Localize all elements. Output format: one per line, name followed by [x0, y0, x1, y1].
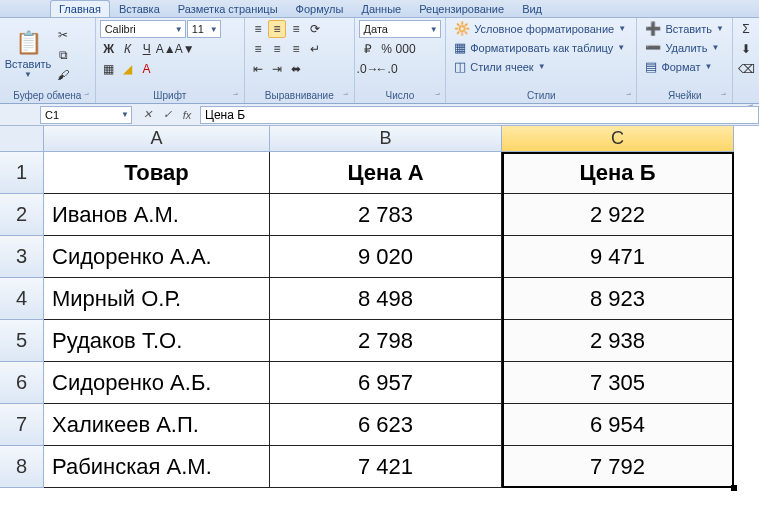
row-header[interactable]: 4 [0, 278, 44, 320]
align-left-button[interactable]: ≡ [249, 40, 267, 58]
group-label-styles: Стили [450, 89, 632, 102]
fx-button[interactable]: fx [178, 106, 196, 124]
cell-A2[interactable]: Иванов А.М. [44, 194, 270, 236]
cell-C6[interactable]: 7 305 [502, 362, 734, 404]
currency-button[interactable]: ₽ [359, 40, 377, 58]
cell-B8[interactable]: 7 421 [270, 446, 502, 488]
group-label-font: Шрифт [100, 89, 240, 102]
bucket-icon: ◢ [123, 62, 132, 76]
font-name-combo[interactable]: Calibri▼ [100, 20, 186, 38]
cell-C8[interactable]: 7 792 [502, 446, 734, 488]
grow-font-button[interactable]: A▲ [157, 40, 175, 58]
percent-button[interactable]: % [378, 40, 396, 58]
col-header-C[interactable]: C [502, 126, 734, 152]
spreadsheet-grid: A B C 1 Товар Цена А Цена Б 2 Иванов А.М… [0, 126, 759, 488]
align-middle-button[interactable]: ≡ [268, 20, 286, 38]
tab-review[interactable]: Рецензирование [410, 0, 513, 17]
align-bottom-button[interactable]: ≡ [287, 20, 305, 38]
cell-C7[interactable]: 6 954 [502, 404, 734, 446]
format-cells-button[interactable]: ▤Формат▼ [641, 58, 728, 75]
cell-C4[interactable]: 8 923 [502, 278, 734, 320]
autosum-button[interactable]: Σ [737, 20, 755, 38]
cell-B1[interactable]: Цена А [270, 152, 502, 194]
tab-formulas[interactable]: Формулы [287, 0, 353, 17]
insert-cells-button[interactable]: ➕Вставить▼ [641, 20, 728, 37]
row-header[interactable]: 8 [0, 446, 44, 488]
row-header[interactable]: 7 [0, 404, 44, 446]
number-format-combo[interactable]: Дата▼ [359, 20, 441, 38]
select-all-corner[interactable] [0, 126, 44, 152]
cell-C5[interactable]: 2 938 [502, 320, 734, 362]
font-size-combo[interactable]: 11▼ [187, 20, 221, 38]
cell-B3[interactable]: 9 020 [270, 236, 502, 278]
font-color-icon: A [143, 62, 151, 76]
cell-A7[interactable]: Халикеев А.П. [44, 404, 270, 446]
copy-button[interactable]: ⧉ [54, 46, 72, 64]
wrap-text-button[interactable]: ↵ [306, 40, 324, 58]
fill-color-button[interactable]: ◢ [119, 60, 137, 78]
row-header[interactable]: 1 [0, 152, 44, 194]
conditional-formatting-button[interactable]: 🔆Условное форматирование▼ [450, 20, 632, 37]
cancel-formula-button[interactable]: ✕ [138, 106, 156, 124]
bold-button[interactable]: Ж [100, 40, 118, 58]
cell-A5[interactable]: Рудаков Т.О. [44, 320, 270, 362]
cell-B7[interactable]: 6 623 [270, 404, 502, 446]
cell-A3[interactable]: Сидоренко А.А. [44, 236, 270, 278]
cell-A4[interactable]: Мирный О.Р. [44, 278, 270, 320]
brush-icon: 🖌 [57, 68, 69, 82]
italic-button[interactable]: К [119, 40, 137, 58]
delete-cells-button[interactable]: ➖Удалить▼ [641, 39, 728, 56]
group-number: Дата▼ ₽ % 000 .0→ ←.0 Число [355, 18, 447, 103]
cell-B2[interactable]: 2 783 [270, 194, 502, 236]
increase-decimal-button[interactable]: .0→ [359, 60, 377, 78]
cell-styles-button[interactable]: ◫Стили ячеек▼ [450, 58, 632, 75]
cell-B6[interactable]: 6 957 [270, 362, 502, 404]
font-color-button[interactable]: A [138, 60, 156, 78]
format-painter-button[interactable]: 🖌 [54, 66, 72, 84]
cell-C1[interactable]: Цена Б [502, 152, 734, 194]
chevron-down-icon: ▼ [24, 70, 32, 79]
decrease-decimal-button[interactable]: ←.0 [378, 60, 396, 78]
tab-data[interactable]: Данные [352, 0, 410, 17]
col-header-A[interactable]: A [44, 126, 270, 152]
underline-button[interactable]: Ч [138, 40, 156, 58]
row-header[interactable]: 3 [0, 236, 44, 278]
decrease-indent-button[interactable]: ⇤ [249, 60, 267, 78]
fill-button[interactable]: ⬇ [737, 40, 755, 58]
cell-A6[interactable]: Сидоренко А.Б. [44, 362, 270, 404]
align-right-button[interactable]: ≡ [287, 40, 305, 58]
borders-icon: ▦ [103, 62, 114, 76]
increase-indent-button[interactable]: ⇥ [268, 60, 286, 78]
cell-C3[interactable]: 9 471 [502, 236, 734, 278]
formula-input[interactable]: Цена Б [200, 106, 759, 124]
cell-A8[interactable]: Рабинская А.М. [44, 446, 270, 488]
tab-insert[interactable]: Вставка [110, 0, 169, 17]
paste-button[interactable]: 📋 Вставить ▼ [4, 20, 52, 89]
col-header-B[interactable]: B [270, 126, 502, 152]
group-label-alignment: Выравнивание [249, 89, 350, 102]
cell-B4[interactable]: 8 498 [270, 278, 502, 320]
tab-view[interactable]: Вид [513, 0, 551, 17]
cut-button[interactable]: ✂ [54, 26, 72, 44]
cell-B5[interactable]: 2 798 [270, 320, 502, 362]
cell-C2[interactable]: 2 922 [502, 194, 734, 236]
group-font: Calibri▼ 11▼ Ж К Ч A▲ A▼ ▦ ◢ A Шрифт [96, 18, 245, 103]
name-box[interactable]: C1▼ [40, 106, 132, 124]
tab-home[interactable]: Главная [50, 0, 110, 17]
group-alignment: ≡ ≡ ≡ ⟳ ≡ ≡ ≡ ↵ ⇤ ⇥ ⬌ Выравнивание [245, 18, 355, 103]
align-center-button[interactable]: ≡ [268, 40, 286, 58]
enter-formula-button[interactable]: ✓ [158, 106, 176, 124]
row-header[interactable]: 2 [0, 194, 44, 236]
clear-button[interactable]: ⌫ [737, 60, 755, 78]
cell-A1[interactable]: Товар [44, 152, 270, 194]
format-as-table-button[interactable]: ▦Форматировать как таблицу▼ [450, 39, 632, 56]
tab-page-layout[interactable]: Разметка страницы [169, 0, 287, 17]
shrink-font-button[interactable]: A▼ [176, 40, 194, 58]
align-top-button[interactable]: ≡ [249, 20, 267, 38]
merge-button[interactable]: ⬌ [287, 60, 305, 78]
comma-button[interactable]: 000 [397, 40, 415, 58]
orientation-button[interactable]: ⟳ [306, 20, 324, 38]
row-header[interactable]: 5 [0, 320, 44, 362]
row-header[interactable]: 6 [0, 362, 44, 404]
borders-button[interactable]: ▦ [100, 60, 118, 78]
